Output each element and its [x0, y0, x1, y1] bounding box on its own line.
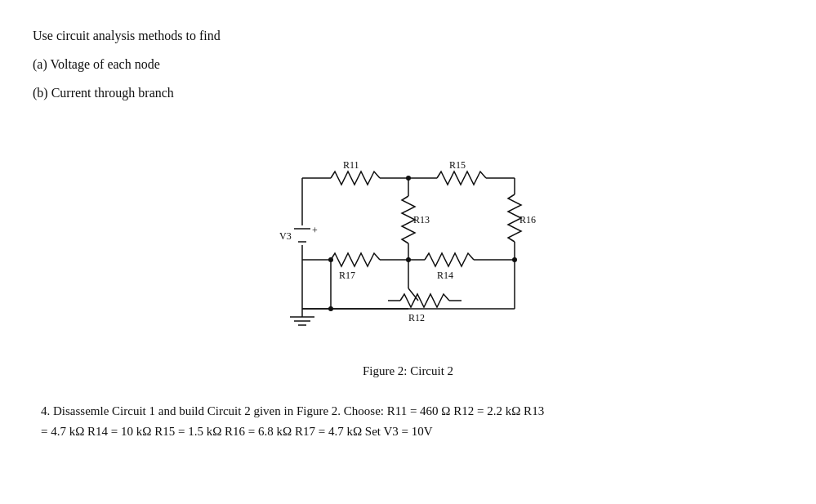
intro-line2: (a) Voltage of each node: [33, 53, 783, 75]
svg-text:R11: R11: [343, 159, 359, 171]
bottom-text-section: 4. Disassemle Circuit 1 and build Circui…: [33, 401, 783, 443]
svg-text:R14: R14: [437, 270, 453, 281]
svg-text:R16: R16: [519, 214, 536, 225]
intro-line1: Use circuit analysis methods to find: [33, 25, 783, 47]
svg-text:R15: R15: [449, 159, 466, 171]
intro-line3: (b) Current through branch: [33, 82, 783, 104]
intro-section: Use circuit analysis methods to find (a)…: [33, 25, 783, 105]
svg-text:R12: R12: [408, 312, 425, 323]
svg-point-42: [328, 306, 333, 311]
svg-text:R13: R13: [413, 214, 430, 225]
svg-text:+: +: [312, 225, 318, 236]
circuit-svg: .wire { stroke: #111; stroke-width: 1.5;…: [237, 129, 580, 358]
circuit-diagram-area: .wire { stroke: #111; stroke-width: 1.5;…: [33, 129, 783, 393]
svg-text:V3: V3: [279, 230, 292, 242]
figure-caption: Figure 2: Circuit 2: [363, 364, 453, 378]
bottom-text-line2: = 4.7 kΩ R14 = 10 kΩ R15 = 1.5 kΩ R16 = …: [41, 421, 775, 443]
bottom-text-line1: 4. Disassemle Circuit 1 and build Circui…: [41, 401, 775, 422]
svg-text:R17: R17: [339, 270, 355, 281]
svg-point-41: [328, 257, 333, 262]
